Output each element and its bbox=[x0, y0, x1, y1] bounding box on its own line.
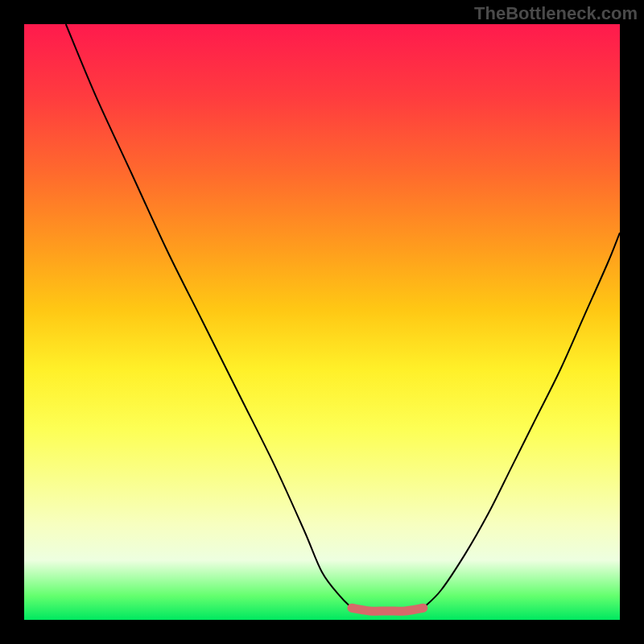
floor-segment bbox=[352, 608, 423, 611]
credit-label: TheBottleneck.com bbox=[474, 3, 638, 24]
chart-frame: TheBottleneck.com bbox=[0, 0, 644, 644]
chart-svg bbox=[24, 24, 620, 620]
right-curve bbox=[423, 233, 620, 608]
left-curve bbox=[66, 24, 352, 608]
